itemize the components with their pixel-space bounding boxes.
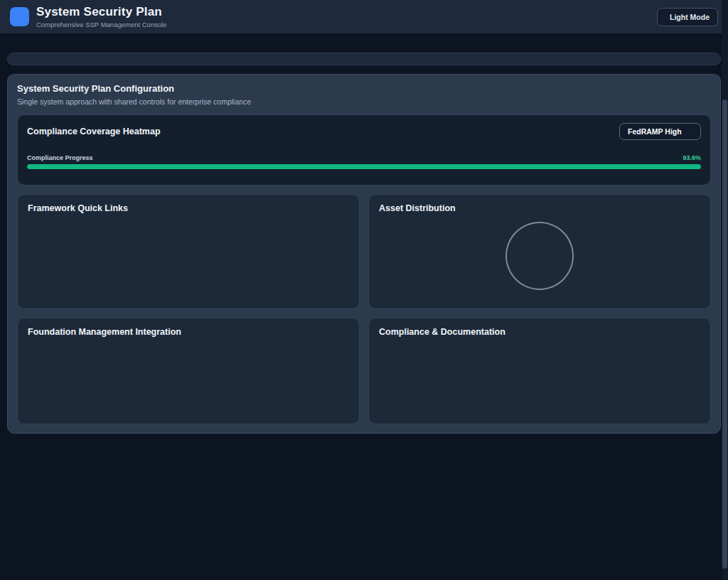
light-mode-button[interactable]: Light Mode	[657, 8, 718, 26]
foundation-integration-card: Foundation Management Integration	[17, 318, 360, 424]
app-logo	[10, 7, 29, 26]
main-panel: System Security Plan Configuration Singl…	[7, 74, 721, 434]
compliance-docs-card: Compliance & Documentation	[368, 318, 711, 424]
page-subtitle: Comprehensive SSP Management Console	[36, 21, 650, 28]
compliance-progress-bar	[27, 164, 701, 169]
page-scrollbar	[722, 0, 728, 580]
asset-distribution-card: Asset Distribution	[368, 194, 711, 309]
quick-links-title: Framework Quick Links	[28, 203, 349, 213]
tab-bar	[7, 53, 721, 65]
compliance-progress-fill	[27, 164, 701, 169]
asset-pie-area	[379, 220, 700, 300]
section-title: System Security Plan Configuration	[17, 83, 711, 94]
compliance-heatmap-card: Compliance Coverage Heatmap FedRAMP High…	[17, 114, 711, 186]
foundation-title: Foundation Management Integration	[28, 327, 349, 337]
asset-distribution-title: Asset Distribution	[379, 203, 700, 213]
section-subtitle: Single system approach with shared contr…	[17, 97, 711, 106]
page-title: System Security Plan	[36, 5, 650, 19]
compliance-docs-title: Compliance & Documentation	[379, 327, 700, 337]
progress-label: Compliance Progress	[27, 154, 93, 161]
framework-select[interactable]: FedRAMP High	[619, 123, 701, 140]
scrollbar-thumb[interactable]	[722, 100, 727, 569]
app-header: System Security Plan Comprehensive SSP M…	[0, 0, 728, 34]
framework-select-wrap: FedRAMP High	[619, 123, 701, 140]
heatmap-title: Compliance Coverage Heatmap	[27, 127, 161, 136]
asset-pie-chart	[507, 223, 572, 289]
progress-percent: 93.6%	[682, 154, 701, 161]
light-mode-label: Light Mode	[670, 13, 710, 21]
framework-quick-links-card: Framework Quick Links	[17, 194, 360, 309]
